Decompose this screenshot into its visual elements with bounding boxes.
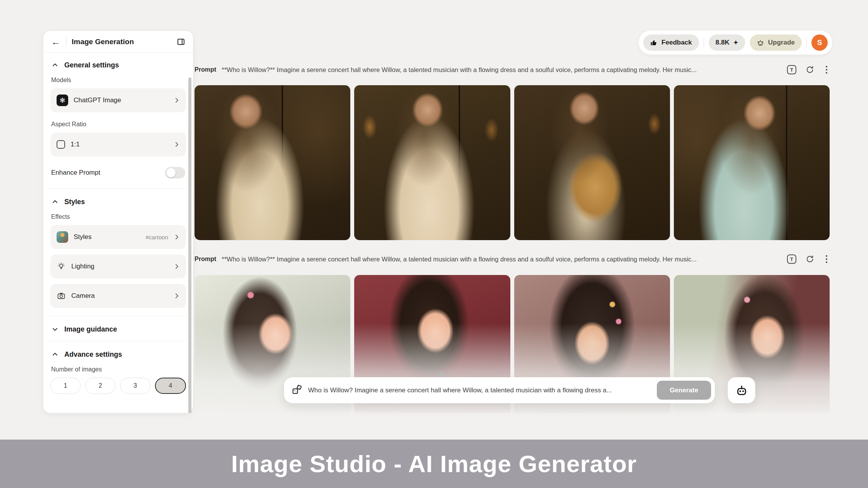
- section-styles[interactable]: Styles: [52, 196, 184, 207]
- divider: [50, 341, 187, 341]
- generation-header-1: Prompt **Who is Willow?** Imagine a sere…: [195, 63, 830, 76]
- prompt-label: Prompt: [195, 66, 216, 73]
- chevron-right-icon: [174, 97, 180, 103]
- camera-icon: [57, 291, 66, 301]
- chevron-down-icon: [52, 326, 58, 332]
- lighting-row[interactable]: Lighting: [50, 254, 186, 278]
- panel-toggle-icon[interactable]: [177, 38, 185, 46]
- toggle-knob: [166, 168, 176, 177]
- count-option-2[interactable]: 2: [85, 378, 115, 394]
- section-title: Image guidance: [64, 325, 117, 333]
- banner-title: Image Studio - AI Image Generator: [231, 450, 637, 478]
- chevron-right-icon: [174, 263, 180, 270]
- number-of-images-label: Number of images: [51, 366, 185, 373]
- page-banner: Image Studio - AI Image Generator: [0, 440, 868, 488]
- credits-value: 8.8K: [716, 39, 730, 46]
- styles-row-label: Styles: [74, 233, 140, 241]
- count-option-3[interactable]: 3: [120, 378, 150, 394]
- regenerate-icon[interactable]: [806, 255, 814, 263]
- number-of-images-options: 1 2 3 4: [50, 378, 186, 394]
- feedback-button[interactable]: Feedback: [643, 34, 699, 51]
- aspect-ratio-row[interactable]: 1:1: [50, 132, 186, 156]
- model-name: ChatGPT Image: [74, 96, 168, 104]
- upgrade-label: Upgrade: [768, 39, 795, 46]
- regenerate-icon[interactable]: [806, 65, 814, 74]
- toolbar-divider: [806, 38, 807, 48]
- feedback-label: Feedback: [661, 39, 692, 46]
- openai-logo-icon: ✻: [57, 95, 68, 106]
- generated-image-grid-1: [195, 85, 830, 240]
- text-prompt-icon[interactable]: T: [787, 65, 796, 74]
- chevron-right-icon: [174, 234, 180, 240]
- upgrade-button[interactable]: Upgrade: [750, 34, 802, 51]
- sidebar-title: Image Generation: [72, 38, 171, 46]
- generation-actions: T: [787, 65, 830, 74]
- aspect-ratio-label: Aspect Ratio: [51, 121, 185, 128]
- generation-header-2: Prompt **Who is Willow?** Imagine a sere…: [195, 253, 830, 266]
- text-prompt-icon[interactable]: T: [787, 254, 796, 264]
- section-general-settings[interactable]: General settings: [52, 60, 184, 70]
- prompt-composer: Who is Willow? Imagine a serene concert …: [284, 377, 715, 403]
- models-label: Models: [51, 77, 185, 84]
- prompt-label: Prompt: [195, 256, 216, 263]
- chevron-up-icon: [52, 62, 58, 68]
- section-title: Styles: [64, 198, 85, 206]
- camera-row-label: Camera: [71, 292, 168, 300]
- more-options-icon[interactable]: [823, 65, 830, 74]
- chevron-right-icon: [174, 293, 180, 299]
- crown-icon: [757, 39, 764, 46]
- lightbulb-icon: [57, 262, 66, 271]
- prompt-input[interactable]: Who is Willow? Imagine a serene concert …: [308, 387, 651, 394]
- styles-thumbnail: [57, 231, 68, 243]
- settings-sidebar: ← Image Generation General settings Mode…: [43, 31, 193, 413]
- count-option-4-selected[interactable]: 4: [155, 378, 186, 394]
- chevron-up-icon: [52, 199, 58, 205]
- app: ← Image Generation General settings Mode…: [0, 0, 868, 488]
- robot-icon: [735, 384, 748, 397]
- prompt-text: **Who is Willow?** Imagine a serene conc…: [222, 256, 770, 263]
- generation-actions: T: [787, 254, 830, 264]
- divider: [50, 316, 187, 316]
- top-toolbar: Feedback 8.8K ✦ Upgrade S: [639, 31, 832, 55]
- thumbs-up-icon: [650, 39, 658, 46]
- styles-row[interactable]: Styles #cartoon: [50, 225, 186, 249]
- generated-image[interactable]: [674, 85, 830, 240]
- chevron-right-icon: [174, 141, 180, 148]
- user-avatar[interactable]: S: [811, 34, 828, 51]
- model-selector-row[interactable]: ✻ ChatGPT Image: [50, 88, 186, 112]
- enhance-prompt-row: Enhance Prompt: [51, 165, 185, 180]
- camera-row[interactable]: Camera: [50, 284, 186, 308]
- header-divider: [66, 37, 66, 46]
- sidebar-scrollbar[interactable]: [188, 77, 191, 413]
- more-options-icon[interactable]: [823, 254, 830, 264]
- generated-image[interactable]: [354, 85, 510, 240]
- credits-badge[interactable]: 8.8K ✦: [709, 34, 746, 51]
- toolbar-divider: [704, 38, 704, 48]
- back-icon[interactable]: ←: [51, 37, 60, 46]
- sidebar-header: ← Image Generation: [43, 31, 193, 53]
- sparkle-icon: ✦: [733, 39, 738, 46]
- sidebar-body: General settings Models ✻ ChatGPT Image …: [43, 53, 193, 413]
- generated-image[interactable]: [195, 85, 350, 240]
- section-image-guidance[interactable]: Image guidance: [52, 324, 184, 335]
- count-option-1[interactable]: 1: [50, 378, 81, 394]
- assistant-bot-button[interactable]: [728, 377, 755, 403]
- square-aspect-icon: [57, 140, 65, 149]
- section-title: Advance settings: [64, 351, 122, 359]
- enhance-prompt-label: Enhance Prompt: [51, 169, 165, 177]
- section-advance-settings[interactable]: Advance settings: [52, 349, 184, 360]
- chevron-up-icon: [52, 351, 58, 357]
- effects-label: Effects: [51, 213, 185, 220]
- styles-row-value: #cartoon: [146, 234, 168, 241]
- prompt-text: **Who is Willow?** Imagine a serene conc…: [222, 66, 770, 74]
- enhance-prompt-toggle[interactable]: [165, 167, 185, 179]
- generate-button[interactable]: Generate: [657, 381, 711, 400]
- aspect-ratio-value: 1:1: [71, 141, 168, 148]
- dice-icon[interactable]: [291, 385, 303, 396]
- lighting-row-label: Lighting: [71, 263, 168, 270]
- generated-image[interactable]: [514, 85, 670, 240]
- section-title: General settings: [64, 61, 119, 69]
- divider: [50, 188, 187, 189]
